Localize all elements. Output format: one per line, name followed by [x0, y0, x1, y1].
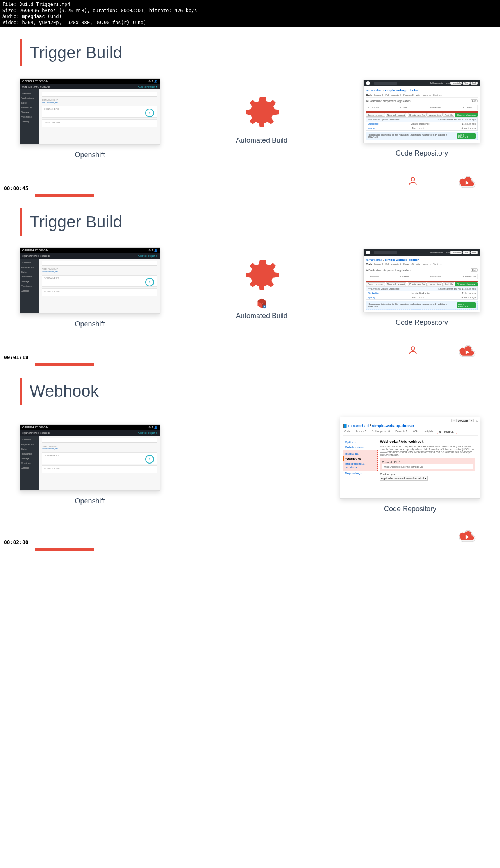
webhook-heading: Webhooks / Add webhook: [380, 440, 475, 444]
package-box-icon: [256, 298, 267, 309]
slide-trigger-build-1: Trigger Build OPENSHIFT ORIGIN⚙ ? 👤 open…: [0, 27, 500, 193]
payload-url-input[interactable]: [382, 464, 473, 469]
panel-label-openshift: Openshift: [75, 151, 105, 159]
title-accent-bar: [20, 39, 22, 66]
panel-label-coderepo: Code Repository: [396, 319, 448, 327]
openshift-screenshot: OPENSHIFT ORIGIN⚙ ? 👤 openshift-web-cons…: [20, 424, 160, 491]
gear-icon: [242, 256, 281, 296]
panel-label-coderepo: Code Repository: [384, 505, 436, 513]
panel-label-openshift: Openshift: [75, 320, 105, 328]
panel-github: Pull requestsIssuesMarketplaceExplore Un…: [363, 80, 480, 157]
slide-title: Webhook: [30, 382, 99, 401]
panel-github-webhook: 👁 Unwatch ▾ 1 📘 mmumshad / simple-webapp…: [340, 417, 480, 513]
user-icon: [408, 344, 418, 358]
github-screenshot: Pull requestsIssuesMarketplaceExplore Un…: [363, 80, 480, 143]
content-type-select[interactable]: application/x-www-form-urlencoded ▾: [380, 476, 428, 481]
progress-bar: [35, 548, 94, 551]
meta-size: Size: 9696496 bytes (9.25 MiB), duration…: [2, 8, 498, 14]
user-icon: [408, 175, 418, 188]
gear-icon: [242, 93, 281, 133]
github-webhook-screenshot: 👁 Unwatch ▾ 1 📘 mmumshad / simple-webapp…: [340, 417, 480, 499]
meta-video: Video: h264, yuv420p, 1920x1080, 30.00 f…: [2, 20, 498, 26]
panel-openshift: OPENSHIFT ORIGIN⚙ ? 👤 openshift-web-cons…: [20, 247, 160, 328]
openshift-screenshot: OPENSHIFT ORIGIN⚙ ? 👤 openshift-web-cons…: [20, 78, 160, 145]
meta-file: File: Build Triggers.mp4: [2, 2, 498, 8]
panel-automated-build: Automated Build: [236, 256, 288, 320]
label-automated-build: Automated Build: [236, 136, 288, 145]
slide-title: Trigger Build: [30, 43, 122, 62]
title-accent-bar: [20, 378, 22, 405]
openshift-screenshot: OPENSHIFT ORIGIN⚙ ? 👤 openshift-web-cons…: [20, 247, 160, 314]
label-automated-build: Automated Build: [236, 312, 288, 320]
panel-label-openshift: Openshift: [75, 497, 105, 505]
slide-webhook: Webhook OPENSHIFT ORIGIN⚙ ? 👤 openshift-…: [0, 366, 500, 547]
panel-openshift: OPENSHIFT ORIGIN⚙ ? 👤 openshift-web-cons…: [20, 424, 160, 505]
slide-trigger-build-2: Trigger Build OPENSHIFT ORIGIN⚙ ? 👤 open…: [0, 197, 500, 362]
content-type-label: Content type: [380, 473, 475, 476]
github-screenshot: Pull requestsIssuesMarketplaceExplore Un…: [363, 249, 480, 312]
timestamp: 00:00:45: [4, 185, 29, 191]
payload-url-label: Payload URL *: [382, 461, 473, 464]
meta-audio: Audio: mpeg4aac (und): [2, 14, 498, 20]
title-accent-bar: [20, 208, 22, 236]
video-metadata: File: Build Triggers.mp4 Size: 9696496 b…: [0, 0, 500, 27]
slide-title: Trigger Build: [30, 213, 122, 231]
panel-automated-build: Automated Build: [236, 93, 288, 145]
cloud-play-icon: [457, 175, 477, 189]
panel-github: Pull requestsIssuesMarketplaceExplore Un…: [363, 249, 480, 327]
timestamp: 00:01:18: [4, 354, 29, 360]
panel-openshift: OPENSHIFT ORIGIN⚙ ? 👤 openshift-web-cons…: [20, 78, 160, 159]
timestamp: 00:02:00: [4, 539, 29, 545]
webhook-description: We'll send a POST request to the URL bel…: [380, 445, 475, 456]
panel-label-coderepo: Code Repository: [396, 149, 448, 157]
cloud-play-icon: [457, 344, 477, 358]
cloud-play-icon: [457, 529, 477, 543]
